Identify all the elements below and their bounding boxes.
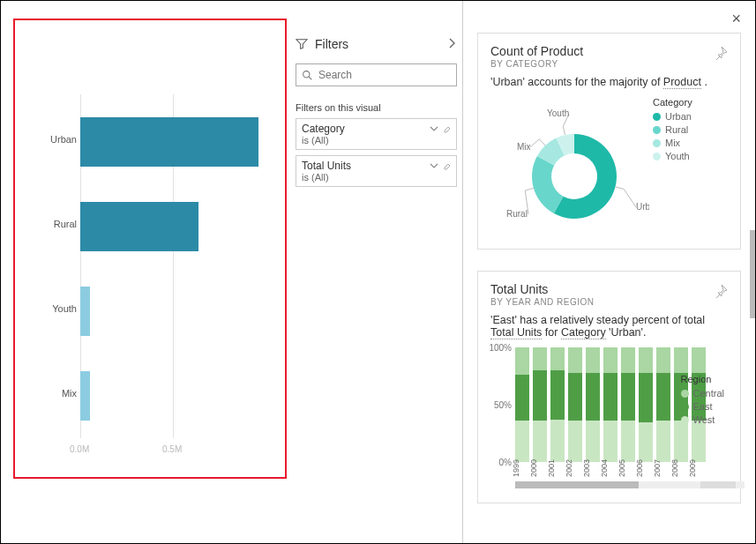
stacked-segment[interactable] <box>550 370 565 420</box>
stacked-column[interactable]: 2003 <box>586 347 600 462</box>
stacked-column[interactable]: 2000 <box>533 347 547 462</box>
stacked-segment[interactable] <box>515 421 529 462</box>
donut-slice-label: Mix <box>517 142 531 152</box>
hbar-bar[interactable] <box>80 117 258 167</box>
stacked-segment[interactable] <box>568 421 582 462</box>
stacked-segment[interactable] <box>568 347 582 373</box>
stacked-segment[interactable] <box>515 347 529 375</box>
stacked-column[interactable]: 1999 <box>515 347 529 462</box>
search-input[interactable] <box>318 69 451 81</box>
stacked-segment[interactable] <box>656 347 670 373</box>
stacked-segment[interactable] <box>550 420 565 462</box>
filter-icon <box>296 38 308 50</box>
donut-segment[interactable] <box>532 156 563 213</box>
panel-scrollbar[interactable] <box>750 230 755 318</box>
legend-item[interactable]: Mix <box>653 138 692 148</box>
hbar-bar[interactable] <box>80 371 90 421</box>
hbar-row: Youth <box>80 281 258 336</box>
stacked-segment[interactable] <box>515 375 529 421</box>
legend-label: East <box>693 401 713 412</box>
legend-swatch <box>653 139 661 147</box>
stacked-segment[interactable] <box>586 347 600 373</box>
legend-item[interactable]: Youth <box>653 151 692 161</box>
pin-icon[interactable] <box>714 284 728 298</box>
filters-pane: Filters Filters on this visual Categoryi… <box>290 1 463 543</box>
stacked-segment[interactable] <box>639 373 653 422</box>
stacked-segment[interactable] <box>533 421 547 462</box>
stacked-segment[interactable] <box>639 422 653 463</box>
filters-title: Filters <box>315 37 441 51</box>
donut-chart[interactable]: UrbanRuralMixYouth <box>490 97 649 238</box>
hbar-category-label: Urban <box>31 134 77 145</box>
pin-icon[interactable] <box>714 46 728 60</box>
hbar-row: Rural <box>80 197 258 251</box>
stacked-segment[interactable] <box>603 373 618 421</box>
x-tick: 2001 <box>547 459 556 477</box>
card-subtitle: BY YEAR AND REGION <box>490 297 728 307</box>
scrollbar-thumb[interactable] <box>515 481 639 488</box>
stacked-column[interactable]: 2001 <box>550 347 565 462</box>
stacked-segment[interactable] <box>639 347 653 373</box>
hbar-category-label: Mix <box>31 388 77 399</box>
stacked-segment[interactable] <box>533 370 547 421</box>
filter-field-state: is (All) <box>302 135 430 145</box>
x-tick: 2003 <box>582 459 591 477</box>
filter-card[interactable]: Total Unitsis (All) <box>296 155 457 187</box>
legend-item[interactable]: Rural <box>653 124 692 135</box>
stacked-segment[interactable] <box>656 373 670 421</box>
card-count-of-product: Count of Product BY CATEGORY 'Urban' acc… <box>477 33 741 250</box>
hbar-bar[interactable] <box>80 202 198 251</box>
stacked-segment[interactable] <box>674 347 688 373</box>
stacked-segment[interactable] <box>621 421 635 462</box>
legend-label: Rural <box>665 124 688 135</box>
insight-link-category[interactable]: Category <box>561 326 606 339</box>
stacked-column[interactable]: 2007 <box>656 347 670 462</box>
chevron-down-icon[interactable] <box>430 161 438 170</box>
selection-highlight: 0.0M0.5MUrbanRuralYouthMix <box>13 19 287 479</box>
filter-card[interactable]: Categoryis (All) <box>296 118 457 150</box>
insight-link-total-units[interactable]: Total Units <box>490 326 542 339</box>
eraser-icon[interactable] <box>442 124 451 133</box>
stacked-column[interactable]: 2004 <box>603 347 618 462</box>
stacked-segment[interactable] <box>603 347 618 373</box>
legend-item[interactable]: Central <box>681 388 724 399</box>
card-title: Count of Product <box>490 44 728 58</box>
stacked-segment[interactable] <box>550 347 565 370</box>
stacked-segment[interactable] <box>568 373 582 421</box>
eraser-icon[interactable] <box>442 161 451 170</box>
x-tick: 0.5M <box>162 444 182 454</box>
stacked-column[interactable]: 2002 <box>568 347 582 462</box>
x-tick: 2007 <box>653 459 662 477</box>
chevron-right-icon[interactable] <box>448 38 457 51</box>
hbar-chart[interactable]: 0.0M0.5MUrbanRuralYouthMix <box>31 38 269 459</box>
x-tick: 2009 <box>688 459 697 477</box>
legend-item[interactable]: Urban <box>653 111 692 122</box>
stacked-segment[interactable] <box>656 421 670 462</box>
stacked-segment[interactable] <box>621 347 635 373</box>
stacked-column[interactable]: 2006 <box>639 347 653 462</box>
card-subtitle: BY CATEGORY <box>490 59 728 69</box>
y-tick: 0% <box>499 458 512 467</box>
stacked-segment[interactable] <box>586 373 600 421</box>
chevron-down-icon[interactable] <box>430 124 438 133</box>
hbar-row: Urban <box>80 112 258 167</box>
stacked-column[interactable]: 2005 <box>621 347 635 462</box>
stacked-segment[interactable] <box>692 347 706 373</box>
stacked-legend: Region CentralEastWest <box>681 374 724 428</box>
stacked-segment[interactable] <box>533 347 547 370</box>
stacked-segment[interactable] <box>603 421 618 462</box>
stacked-segment[interactable] <box>586 421 600 462</box>
hbar-bar[interactable] <box>80 287 90 336</box>
insight-link-product[interactable]: Product <box>663 76 701 89</box>
legend-item[interactable]: West <box>681 414 724 425</box>
close-icon[interactable]: × <box>731 10 741 28</box>
legend-item[interactable]: East <box>681 401 724 412</box>
x-tick: 2006 <box>635 459 644 477</box>
horizontal-scrollbar[interactable] <box>515 481 745 488</box>
stacked-segment[interactable] <box>621 373 635 421</box>
main-visual-panel: 0.0M0.5MUrbanRuralYouthMix <box>1 1 290 543</box>
donut-legend: Category UrbanRuralMixYouth <box>653 97 692 238</box>
filter-search[interactable] <box>296 63 457 86</box>
svg-line-1 <box>309 77 311 79</box>
hbar-category-label: Rural <box>31 219 77 229</box>
